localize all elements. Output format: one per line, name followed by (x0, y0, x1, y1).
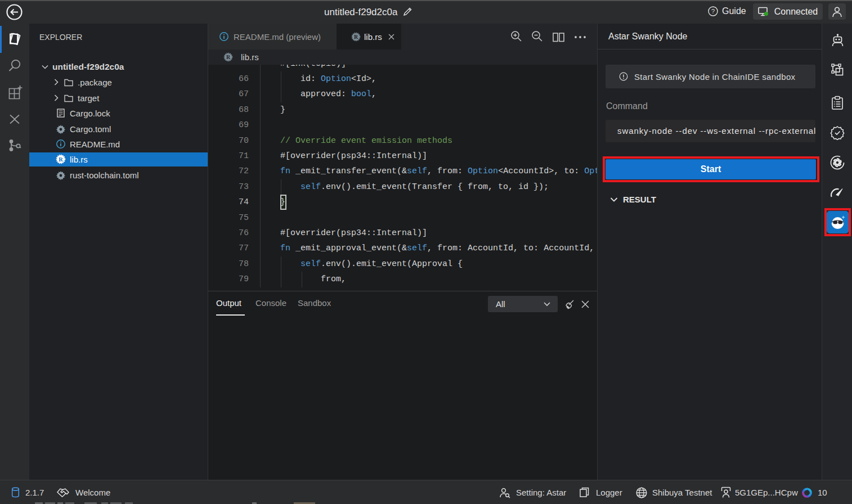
svg-text:?: ? (711, 8, 715, 15)
svg-text:R: R (354, 34, 358, 40)
svg-text:R: R (226, 54, 231, 60)
svg-text:R: R (59, 156, 63, 163)
